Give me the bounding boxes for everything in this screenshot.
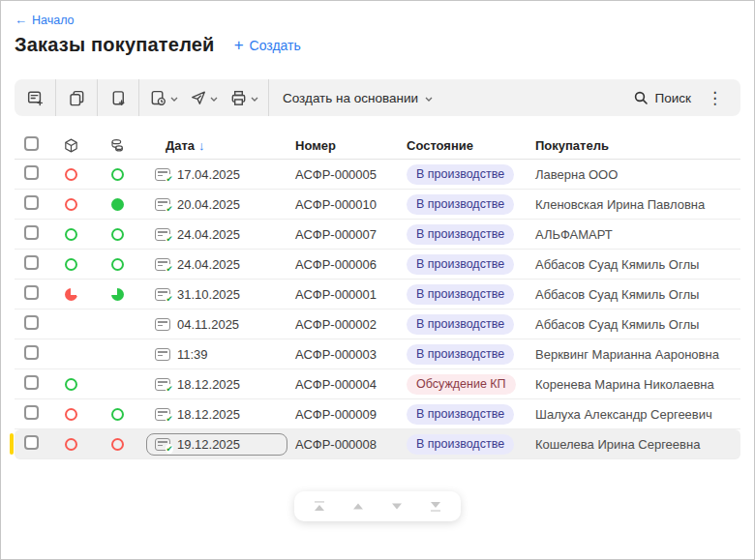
- status-badge: В производстве: [407, 164, 514, 185]
- select-all-checkbox[interactable]: [24, 136, 39, 151]
- print-button[interactable]: [224, 83, 264, 112]
- table-row[interactable]: 19.12.2025 АСФР-000008 В производстве Ко…: [15, 429, 740, 459]
- go-next-icon: [389, 499, 405, 514]
- clipboard-add-button[interactable]: [102, 83, 135, 112]
- table-row[interactable]: 18.12.2025 АСФР-000009 В производстве Ша…: [15, 399, 740, 429]
- buyer-name: АЛЬФАМАРТ: [535, 227, 613, 242]
- go-last-button[interactable]: [428, 499, 443, 514]
- row-checkbox[interactable]: [24, 195, 39, 210]
- send-button[interactable]: [184, 83, 224, 112]
- date-cell[interactable]: 04.11.2025: [146, 313, 287, 336]
- date-cell[interactable]: 20.04.2025: [146, 193, 287, 216]
- row-checkbox[interactable]: [24, 285, 39, 300]
- new-document-button[interactable]: [18, 83, 51, 112]
- document-history-button[interactable]: [143, 83, 184, 112]
- orders-table: Дата ↓ Номер Состояние Покупатель 17.04.…: [15, 132, 740, 459]
- go-previous-button[interactable]: [350, 499, 366, 514]
- table-row[interactable]: 18.12.2025 АСФР-000004 Обсуждение КП Кор…: [15, 369, 740, 399]
- kebab-icon: ⋮: [707, 89, 723, 107]
- payment-status-icon: [111, 408, 124, 421]
- row-checkbox[interactable]: [24, 255, 39, 270]
- column-header-state[interactable]: Состояние: [407, 138, 535, 153]
- posted-check-icon: [166, 174, 173, 184]
- buyer-name: Кленовская Ирина Павловна: [535, 197, 705, 212]
- new-document-icon: [26, 89, 45, 107]
- order-date: 24.04.2025: [177, 257, 240, 272]
- column-header-buyer[interactable]: Покупатель: [535, 138, 740, 153]
- go-next-button[interactable]: [389, 499, 405, 514]
- date-cell[interactable]: 31.10.2025: [146, 283, 287, 306]
- order-number: АСФР-000004: [295, 377, 377, 392]
- date-cell[interactable]: 17.04.2025: [146, 163, 287, 186]
- order-date: 18.12.2025: [177, 407, 240, 422]
- number-column-label: Номер: [295, 138, 336, 153]
- current-row-marker: [10, 433, 14, 455]
- posted-check-icon: [166, 444, 173, 454]
- clipboard-add-icon: [109, 89, 128, 107]
- row-checkbox[interactable]: [24, 375, 39, 390]
- row-checkbox[interactable]: [24, 165, 39, 180]
- document-icon: [155, 228, 170, 241]
- order-number: АСФР-000009: [295, 407, 377, 422]
- search-button[interactable]: Поиск: [633, 90, 691, 105]
- order-date: 04.11.2025: [177, 317, 239, 332]
- date-cell[interactable]: 19.12.2025: [146, 433, 287, 456]
- status-badge: В производстве: [407, 194, 514, 215]
- column-header-date[interactable]: Дата ↓: [142, 138, 295, 153]
- go-first-button[interactable]: [312, 499, 327, 514]
- status-badge: В производстве: [407, 224, 514, 245]
- toolbar-separator: [268, 79, 269, 116]
- date-cell[interactable]: 24.04.2025: [146, 253, 287, 276]
- create-button[interactable]: + Создать: [234, 37, 301, 53]
- row-checkbox[interactable]: [24, 435, 39, 450]
- table-row[interactable]: 04.11.2025 АСФР-000002 В производстве Аб…: [15, 309, 740, 339]
- copy-document-button[interactable]: [60, 83, 93, 112]
- row-checkbox[interactable]: [24, 225, 39, 240]
- table-row[interactable]: 20.04.2025 АСФР-000010 В производстве Кл…: [15, 190, 740, 220]
- status-badge: Обсуждение КП: [407, 374, 516, 395]
- create-based-on-button[interactable]: Создать на основании: [273, 83, 442, 112]
- shipment-status-icon: [65, 288, 77, 301]
- shipment-status-icon: [65, 408, 77, 421]
- payment-status-icon: [111, 198, 124, 211]
- row-checkbox[interactable]: [24, 345, 39, 360]
- order-number: АСФР-000002: [295, 317, 377, 332]
- send-icon: [190, 89, 207, 106]
- page-title: Заказы покупателей: [15, 34, 215, 56]
- date-cell[interactable]: 18.12.2025: [146, 403, 287, 426]
- status-badge: В производстве: [407, 344, 514, 365]
- row-checkbox[interactable]: [24, 315, 39, 330]
- table-row[interactable]: 31.10.2025 АСФР-000001 В производстве Аб…: [15, 280, 740, 309]
- date-cell[interactable]: 18.12.2025: [146, 373, 287, 396]
- document-icon: [155, 318, 170, 331]
- status-badge: В производстве: [407, 434, 514, 455]
- table-row[interactable]: 11:39 АСФР-000003 В производстве Верквин…: [15, 339, 740, 369]
- toolbar-separator: [97, 79, 98, 116]
- buyer-name: Кошелева Ирина Сергеевна: [535, 437, 700, 452]
- order-number: АСФР-000005: [295, 167, 377, 182]
- order-date: 19.12.2025: [177, 437, 240, 452]
- payment-status-icon: [111, 438, 124, 451]
- back-link[interactable]: ← Начало: [15, 14, 75, 27]
- toolbar-separator: [55, 79, 56, 116]
- document-icon: [155, 258, 170, 271]
- table-row[interactable]: 24.04.2025 АСФР-000006 В производстве Аб…: [15, 250, 740, 280]
- back-link-label: Начало: [32, 14, 75, 27]
- buyer-name: Верквинг Марианна Аароновна: [535, 347, 719, 362]
- copy-document-icon: [68, 89, 86, 107]
- row-checkbox[interactable]: [24, 405, 39, 420]
- more-menu-button[interactable]: ⋮: [701, 88, 729, 108]
- sort-desc-icon: ↓: [198, 138, 205, 153]
- table-body: 17.04.2025 АСФР-000005 В производстве Ла…: [15, 160, 740, 459]
- date-cell[interactable]: 11:39: [146, 343, 287, 366]
- order-number: АСФР-000010: [295, 197, 377, 212]
- date-cell[interactable]: 24.04.2025: [146, 223, 287, 246]
- document-icon: [155, 168, 170, 181]
- chevron-down-icon: [210, 97, 218, 102]
- column-header-number[interactable]: Номер: [295, 138, 407, 153]
- order-date: 20.04.2025: [177, 197, 240, 212]
- posted-check-icon: [166, 264, 173, 274]
- table-row[interactable]: 17.04.2025 АСФР-000005 В производстве Ла…: [15, 160, 740, 190]
- document-history-icon: [149, 89, 167, 107]
- table-row[interactable]: 24.04.2025 АСФР-000007 В производстве АЛ…: [15, 220, 740, 250]
